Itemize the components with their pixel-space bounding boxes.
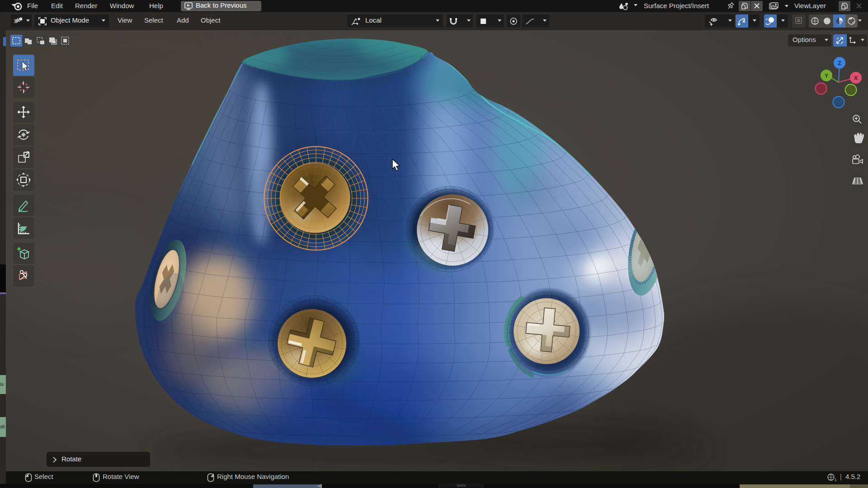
svg-text:1: 1	[835, 478, 837, 482]
svg-text:X: X	[854, 75, 858, 81]
svg-text:Y: Y	[825, 72, 829, 79]
svg-text:Z: Z	[838, 60, 841, 66]
